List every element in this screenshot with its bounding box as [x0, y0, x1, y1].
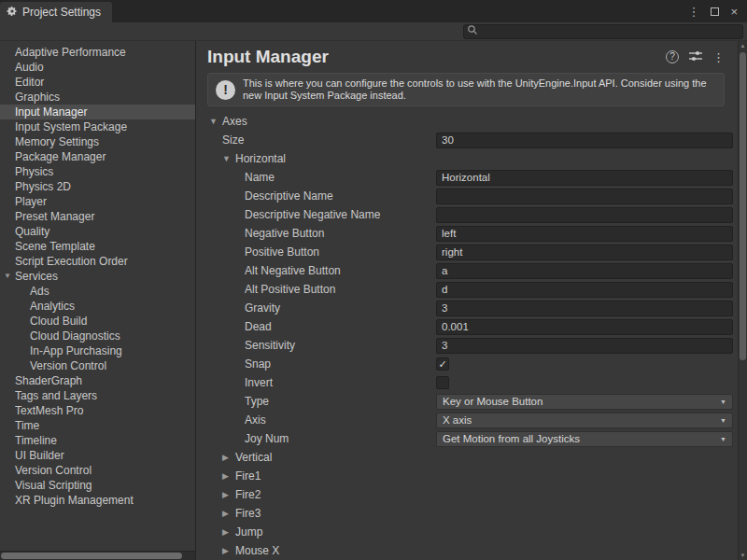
sensitivity-field[interactable]: [436, 338, 733, 354]
alt-negative-button-field[interactable]: [436, 263, 733, 279]
property-row-invert: Invert: [196, 373, 738, 392]
window-tab-project-settings[interactable]: Project Settings: [0, 2, 112, 22]
foldout-closed-icon[interactable]: ▶: [222, 471, 235, 481]
dropdown-value: X axis: [443, 414, 472, 426]
dead-field[interactable]: [436, 319, 733, 335]
joy-num-dropdown[interactable]: Get Motion from all Joysticks▼: [436, 431, 733, 447]
sidebar-item-version-control[interactable]: Version Control: [0, 463, 195, 478]
sidebar-item-xr-plugin-management[interactable]: XR Plugin Management: [0, 493, 195, 508]
sidebar-item-input-system-package[interactable]: Input System Package: [0, 119, 195, 134]
foldout-closed-icon[interactable]: ▶: [222, 453, 235, 462]
sidebar-item-label: Services: [15, 269, 58, 284]
sidebar-item-audio[interactable]: Audio: [0, 60, 195, 75]
descriptive-name-field[interactable]: [436, 189, 733, 204]
search-field[interactable]: [463, 24, 743, 39]
sidebar-item-label: Scene Template: [15, 239, 95, 254]
sidebar-item-memory-settings[interactable]: Memory Settings: [0, 134, 195, 149]
sidebar-horizontal-scrollbar[interactable]: [0, 551, 195, 560]
sidebar-item-scene-template[interactable]: Scene Template: [0, 239, 195, 254]
sidebar-item-visual-scripting[interactable]: Visual Scripting: [0, 478, 195, 493]
sidebar-item-ui-builder[interactable]: UI Builder: [0, 448, 195, 463]
sidebar-item-label: XR Plugin Management: [15, 493, 134, 508]
property-label: Negative Button: [245, 227, 324, 240]
property-row-descriptive-negative-name: Descriptive Negative Name: [196, 205, 738, 224]
property-label[interactable]: Horizontal: [235, 152, 286, 165]
dropdown-value: Key or Mouse Button: [443, 396, 543, 407]
positive-button-field[interactable]: [436, 245, 733, 260]
presets-icon[interactable]: [689, 50, 702, 64]
sidebar-item-timeline[interactable]: Timeline: [0, 433, 195, 448]
sidebar-item-package-manager[interactable]: Package Manager: [0, 149, 195, 164]
sidebar-item-player[interactable]: Player: [0, 194, 195, 209]
sidebar-item-label: Timeline: [15, 433, 57, 448]
size-field[interactable]: [436, 133, 733, 148]
sidebar-item-label: Player: [15, 194, 47, 209]
sidebar-item-ads[interactable]: Ads: [0, 284, 195, 299]
sidebar-item-shadergraph[interactable]: ShaderGraph: [0, 373, 195, 388]
sidebar-item-input-manager[interactable]: Input Manager: [0, 105, 195, 119]
sidebar-item-services[interactable]: ▼Services: [0, 269, 195, 284]
property-row-size: Size: [196, 131, 738, 149]
panel-menu-icon[interactable]: ⋮: [712, 50, 725, 64]
scroll-up-icon[interactable]: ▲: [739, 41, 747, 50]
window-menu-icon[interactable]: ⋮: [687, 6, 699, 18]
name-field[interactable]: [436, 170, 733, 186]
window-maximize-icon[interactable]: [711, 7, 719, 16]
type-dropdown[interactable]: Key or Mouse Button▼: [436, 394, 733, 410]
property-row-descriptive-name: Descriptive Name: [196, 187, 738, 205]
foldout-open-icon[interactable]: ▼: [209, 117, 222, 126]
sidebar-item-adaptive-performance[interactable]: Adaptive Performance: [0, 45, 195, 60]
sidebar-item-time[interactable]: Time: [0, 418, 195, 433]
foldout-closed-icon[interactable]: ▶: [222, 490, 235, 499]
property-label[interactable]: Vertical: [235, 451, 272, 464]
sidebar-item-cloud-diagnostics[interactable]: Cloud Diagnostics: [0, 329, 195, 343]
property-label[interactable]: Mouse X: [235, 544, 279, 557]
search-input[interactable]: [481, 26, 740, 37]
property-label[interactable]: Axes: [222, 115, 247, 128]
dropdown-arrow-icon: ▼: [720, 417, 726, 424]
sidebar-item-physics-2d[interactable]: Physics 2D: [0, 179, 195, 194]
snap-checkbox[interactable]: ✓: [436, 357, 449, 371]
sidebar-item-cloud-build[interactable]: Cloud Build: [0, 314, 195, 329]
negative-button-field[interactable]: [436, 226, 733, 242]
axis-dropdown[interactable]: X axis▼: [436, 413, 733, 428]
sidebar-item-textmesh-pro[interactable]: TextMesh Pro: [0, 403, 195, 418]
sidebar-item-analytics[interactable]: Analytics: [0, 299, 195, 314]
help-icon[interactable]: ?: [666, 50, 679, 63]
invert-checkbox[interactable]: [436, 376, 449, 389]
sidebar-item-preset-manager[interactable]: Preset Manager: [0, 209, 195, 224]
input-manager-panel: Input Manager ? ⋮ ! This is where you ca…: [196, 41, 738, 560]
property-label[interactable]: Fire3: [235, 507, 261, 520]
foldout-closed-icon[interactable]: ▶: [222, 546, 235, 555]
alt-positive-button-field[interactable]: [436, 282, 733, 298]
foldout-open-icon[interactable]: ▼: [4, 269, 15, 284]
gravity-field[interactable]: [436, 301, 733, 316]
sidebar-item-quality[interactable]: Quality: [0, 224, 195, 239]
sidebar-item-label: Quality: [15, 224, 49, 239]
property-label[interactable]: Fire1: [235, 469, 261, 483]
property-label[interactable]: Fire2: [235, 488, 261, 501]
sidebar-item-label: Cloud Build: [30, 314, 87, 329]
descriptive-negative-name-field[interactable]: [436, 207, 733, 223]
sidebar-item-tags-and-layers[interactable]: Tags and Layers: [0, 388, 195, 403]
property-label: Alt Positive Button: [245, 283, 335, 296]
sidebar-item-version-control[interactable]: Version Control: [0, 358, 195, 373]
foldout-closed-icon[interactable]: ▶: [222, 509, 235, 518]
foldout-closed-icon[interactable]: ▶: [222, 527, 235, 537]
property-label: Alt Negative Button: [245, 264, 341, 277]
scrollbar-thumb[interactable]: [1, 553, 182, 559]
page-title: Input Manager: [207, 47, 666, 67]
foldout-open-icon[interactable]: ▼: [222, 154, 235, 163]
sidebar-item-graphics[interactable]: Graphics: [0, 90, 195, 105]
sidebar-item-editor[interactable]: Editor: [0, 75, 195, 90]
property-row-jump: ▶Jump: [196, 523, 738, 541]
vertical-scrollbar[interactable]: ▲ ▼: [738, 41, 747, 560]
scrollbar-thumb[interactable]: [740, 52, 746, 360]
property-label[interactable]: Jump: [235, 525, 262, 539]
scroll-down-icon[interactable]: ▼: [739, 551, 747, 560]
sidebar-item-in-app-purchasing[interactable]: In-App Purchasing: [0, 343, 195, 358]
sidebar-item-script-execution-order[interactable]: Script Execution Order: [0, 254, 195, 269]
window-close-icon[interactable]: ×: [730, 6, 738, 18]
sidebar-item-physics[interactable]: Physics: [0, 164, 195, 179]
titlebar: Project Settings ⋮ ×: [0, 0, 747, 22]
